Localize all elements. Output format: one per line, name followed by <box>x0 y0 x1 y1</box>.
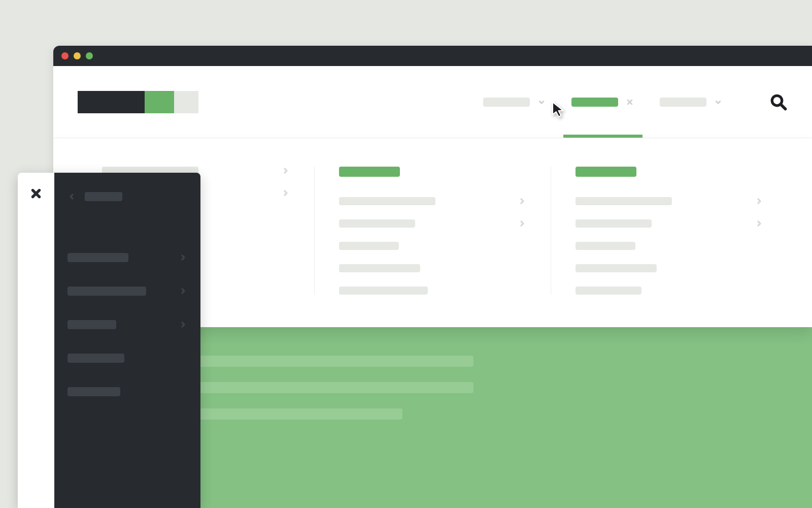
drawer-back-label <box>85 192 122 201</box>
drawer-item[interactable] <box>54 274 200 308</box>
drawer-panel <box>54 173 200 508</box>
drawer-item-label <box>67 387 120 396</box>
drawer-item-label <box>67 320 116 329</box>
minimize-window-icon[interactable] <box>74 52 81 59</box>
nav-tab-2[interactable] <box>657 66 726 138</box>
active-tab-underline <box>563 135 642 138</box>
search-button[interactable] <box>769 93 788 111</box>
mega-menu-item[interactable] <box>339 264 527 272</box>
chevron-right-icon <box>518 219 526 228</box>
mega-menu-column-1 <box>315 167 552 295</box>
svg-line-1 <box>781 104 786 109</box>
chevron-right-icon <box>755 197 763 205</box>
chevron-right-icon <box>179 253 187 262</box>
mega-menu-item[interactable] <box>339 242 527 250</box>
logo-segment-green <box>145 91 174 113</box>
mega-menu-item[interactable] <box>576 242 763 250</box>
drawer-item[interactable] <box>54 341 200 375</box>
drawer-back-button[interactable] <box>54 185 200 208</box>
close-icon[interactable] <box>29 187 43 200</box>
close-icon[interactable] <box>625 98 634 107</box>
mega-menu-item-label <box>339 242 399 250</box>
logo-segment-dark <box>78 91 145 113</box>
drawer-item-label <box>67 253 128 262</box>
mega-menu-item[interactable] <box>576 219 763 228</box>
mega-menu-item-label <box>576 264 657 272</box>
drawer-active-item[interactable] <box>54 217 200 232</box>
nav-tab-1[interactable] <box>568 66 637 138</box>
chevron-right-icon <box>282 189 290 197</box>
drawer-item-label <box>67 354 124 363</box>
nav-tab-0[interactable] <box>480 66 549 138</box>
mega-menu-item[interactable] <box>576 264 763 272</box>
chevron-down-icon <box>714 98 723 107</box>
mega-menu-item[interactable] <box>576 287 763 295</box>
logo-segment-light <box>174 91 198 113</box>
chevron-right-icon <box>179 287 187 295</box>
mega-menu-column-2 <box>551 167 788 295</box>
mega-menu-item-label <box>576 197 672 205</box>
mega-menu-item-label <box>576 287 641 295</box>
drawer-close-strip <box>18 173 54 508</box>
mega-menu-item-label <box>339 264 420 272</box>
sidebar-drawer <box>18 173 200 508</box>
mega-menu-item-label <box>339 219 415 228</box>
chevron-right-icon <box>179 321 187 329</box>
nav-tab-label <box>483 98 530 107</box>
chevron-down-icon <box>537 98 546 107</box>
site-header <box>53 66 812 138</box>
search-icon <box>769 93 788 111</box>
mega-menu-item-label <box>339 287 428 295</box>
mega-menu-item-label <box>339 197 435 205</box>
drawer-item[interactable] <box>54 241 200 274</box>
drawer-item-label <box>67 287 146 296</box>
primary-nav <box>480 66 788 138</box>
nav-tab-label <box>571 98 618 107</box>
mega-menu-heading <box>339 167 400 177</box>
site-logo[interactable] <box>78 91 198 113</box>
window-titlebar <box>53 46 812 66</box>
close-window-icon[interactable] <box>61 52 69 59</box>
chevron-right-icon <box>518 197 526 205</box>
mega-menu-item[interactable] <box>339 219 527 228</box>
mega-menu-heading <box>576 167 636 177</box>
drawer-item[interactable] <box>54 308 200 341</box>
mega-menu-item[interactable] <box>339 197 527 205</box>
drawer-item[interactable] <box>54 375 200 408</box>
mega-menu-item[interactable] <box>339 287 527 295</box>
chevron-right-icon <box>755 219 763 228</box>
chevron-left-icon <box>67 193 76 201</box>
chevron-right-icon <box>282 167 290 175</box>
maximize-window-icon[interactable] <box>86 52 93 59</box>
mega-menu-item-label <box>576 242 635 250</box>
nav-tab-label <box>660 98 706 107</box>
mega-menu-item-label <box>576 219 652 228</box>
mega-menu-item[interactable] <box>576 197 763 205</box>
